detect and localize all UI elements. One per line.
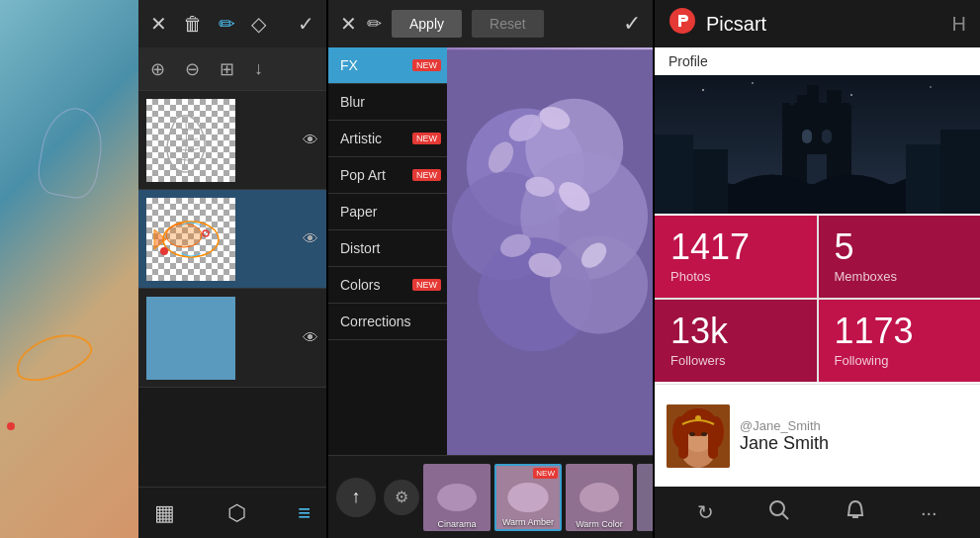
layer-item[interactable]: 👁 [138, 91, 326, 190]
notification-icon[interactable] [845, 499, 866, 526]
gear-button[interactable]: ⚙ [384, 480, 419, 515]
filter-item-blur[interactable]: Blur [328, 84, 447, 121]
followers-label: Followers [670, 353, 801, 368]
filter-label: Distort [340, 240, 380, 256]
filter-thumb-cinarama[interactable]: Cinarama [423, 464, 490, 531]
profile-card[interactable]: @Jane_Smith Jane Smith [655, 384, 980, 487]
photos-label: Photos [670, 269, 801, 284]
layer-item[interactable]: 👁 [138, 190, 326, 289]
followers-count: 13k [670, 314, 801, 349]
filter-item-distort[interactable]: Distort [328, 230, 447, 267]
upload-button[interactable]: ↑ [336, 478, 376, 517]
svg-rect-47 [802, 130, 812, 143]
following-stat-tile[interactable]: 1173 Following [819, 300, 981, 382]
profile-info: @Jane_Smith Jane Smith [740, 418, 968, 454]
stats-grid: 1417 Photos 5 Memboxes 13k Followers 117… [655, 216, 980, 382]
city-background [655, 75, 980, 214]
photos-stat-tile[interactable]: 1417 Photos [655, 216, 817, 298]
svg-point-64 [701, 432, 707, 436]
svg-point-1 [166, 224, 202, 247]
brush-icon[interactable]: ✏ [219, 12, 235, 36]
profile-hero-image [655, 75, 980, 214]
filter-label: FX [340, 57, 358, 73]
layers-list: 👁 👁 👁 [138, 91, 326, 487]
new-badge: NEW [533, 468, 558, 479]
refresh-icon[interactable]: ↻ [697, 500, 714, 524]
layers-icon[interactable]: ≡ [298, 500, 311, 526]
apply-button[interactable]: Apply [392, 10, 462, 38]
svg-point-65 [695, 415, 701, 421]
filter-label: Colors [340, 277, 380, 293]
filter-thumb-label: Cinarama [423, 519, 490, 529]
picsart-header: Picsart H [655, 0, 980, 47]
layer-visibility-toggle[interactable]: 👁 [303, 230, 318, 248]
check-icon[interactable]: ✓ [298, 12, 314, 36]
brush-icon[interactable]: ✏ [367, 13, 382, 35]
filter-thumb-label: Warm Color [566, 519, 633, 529]
delete-icon[interactable]: 🗑 [183, 13, 203, 36]
svg-rect-43 [806, 103, 814, 109]
gear-icon: ⚙ [395, 488, 408, 506]
close-icon[interactable]: ✕ [150, 12, 167, 36]
layer-item[interactable]: 👁 [138, 289, 326, 388]
profile-name: Jane Smith [740, 433, 968, 454]
filter-label: Pop Art [340, 167, 386, 183]
filter-strip: ↑ ⚙ Cinarama NEW Warm Amber Warm Color F… [328, 455, 653, 538]
layer-visibility-toggle[interactable]: 👁 [303, 329, 318, 347]
artwork-canvas [0, 0, 138, 538]
svg-point-22 [437, 484, 477, 511]
fx-content: LIL AR PHOTOGRAPHY FX NEW Blur Artistic … [328, 47, 653, 455]
close-icon[interactable]: ✕ [340, 12, 357, 36]
eraser-icon[interactable]: ◇ [251, 12, 266, 36]
more-icon: H [952, 13, 966, 36]
svg-point-66 [770, 501, 784, 515]
filter-label: Paper [340, 204, 377, 220]
more-options-icon[interactable]: ··· [921, 501, 937, 524]
svg-rect-62 [708, 429, 718, 459]
bottom-navigation: ↻ ··· [655, 487, 980, 538]
filter-label: Corrections [340, 314, 411, 329]
layer-editor-header: ✕ 🗑 ✏ ◇ ✓ [138, 0, 326, 47]
following-label: Following [835, 353, 965, 368]
layer-tools: ⊕ ⊖ ⊞ ↓ [138, 47, 326, 91]
svg-rect-41 [782, 103, 790, 109]
new-badge: NEW [412, 133, 441, 144]
photos-count: 1417 [670, 229, 801, 265]
color-picker-icon[interactable]: ▦ [154, 500, 175, 526]
profile-username: @Jane_Smith [740, 418, 968, 433]
svg-point-36 [930, 86, 932, 88]
svg-point-3 [160, 247, 168, 255]
add-layer-icon[interactable]: ⊕ [150, 58, 165, 80]
svg-rect-44 [818, 103, 826, 109]
art-circle-decoration [7, 422, 15, 430]
profile-section-label: Profile [655, 47, 980, 75]
layer-thumbnail [146, 297, 235, 380]
filter-thumb-warm-color[interactable]: Warm Color [566, 464, 633, 531]
svg-rect-51 [655, 134, 693, 214]
subtract-layer-icon[interactable]: ⊖ [185, 58, 200, 80]
filter-menu: FX NEW Blur Artistic NEW Pop Art NEW Pap… [328, 47, 447, 455]
confirm-icon[interactable]: ✓ [623, 11, 641, 37]
svg-rect-52 [693, 149, 728, 214]
filter-item-corrections[interactable]: Corrections [328, 304, 447, 340]
layer-visibility-toggle[interactable]: 👁 [303, 132, 318, 149]
filter-item-artistic[interactable]: Artistic NEW [328, 121, 447, 157]
new-badge: NEW [412, 169, 441, 181]
filter-thumb-warm-amber[interactable]: NEW Warm Amber [494, 464, 562, 531]
svg-point-34 [752, 82, 754, 84]
filter-thumb-film[interactable]: Film [637, 464, 653, 531]
download-icon[interactable]: ↓ [254, 58, 263, 79]
svg-line-67 [782, 513, 788, 519]
search-icon[interactable] [768, 499, 790, 526]
filter-item-paper[interactable]: Paper [328, 194, 447, 230]
memboxes-stat-tile[interactable]: 5 Memboxes [819, 216, 981, 298]
filter-label: Blur [340, 94, 365, 110]
merge-layers-icon[interactable]: ⊞ [220, 58, 234, 80]
filter-item-fx[interactable]: FX NEW [328, 47, 447, 84]
stamp-icon[interactable]: ⬡ [227, 500, 246, 526]
filter-item-colors[interactable]: Colors NEW [328, 267, 447, 304]
followers-stat-tile[interactable]: 13k Followers [655, 300, 817, 382]
filter-item-popart[interactable]: Pop Art NEW [328, 157, 447, 194]
app-title: Picsart [706, 13, 766, 36]
reset-button[interactable]: Reset [472, 10, 544, 38]
